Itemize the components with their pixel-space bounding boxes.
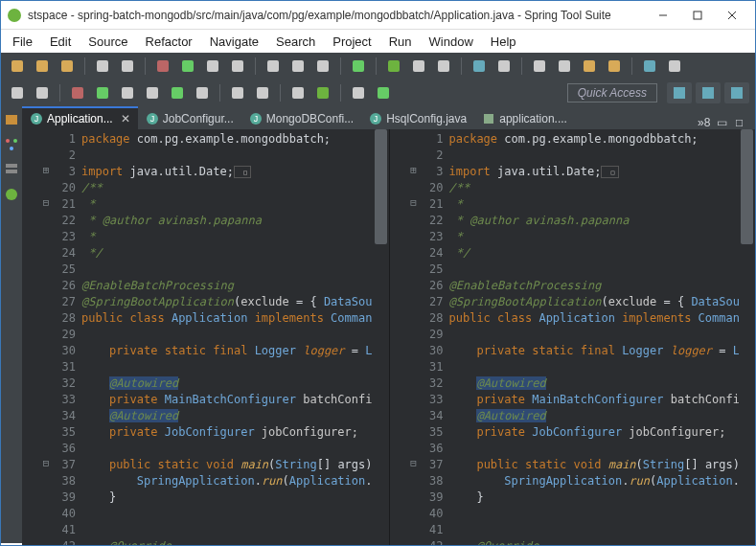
toolbar-new-icon[interactable] [7, 56, 28, 77]
toolbar-stepret-icon[interactable] [312, 56, 333, 77]
toolbar-newtype-icon[interactable] [117, 82, 138, 103]
fold-column[interactable]: ⊞⊟⊟ [407, 129, 421, 546]
code-line[interactable]: * [449, 196, 756, 213]
code-line[interactable]: * @author avinash.papanna [81, 213, 389, 229]
code-line[interactable]: @Autowired [81, 408, 389, 424]
code-line[interactable]: private MainBatchConfigurer batchConfigu [81, 392, 389, 408]
menu-source[interactable]: Source [80, 33, 135, 51]
code-line[interactable]: } [81, 489, 389, 506]
toolbar-run-boot-icon[interactable] [348, 56, 369, 77]
code-line[interactable]: SpringApplication.run(Application.cl [449, 473, 756, 489]
code-line[interactable]: @Autowired [449, 408, 756, 424]
code-line[interactable]: @Autowired [81, 375, 389, 392]
code-line[interactable]: private static final Logger logger = Log [449, 343, 756, 359]
editor-tab-3[interactable]: JHsqlConfig.java [361, 106, 474, 129]
toolbar-search-icon[interactable] [469, 56, 490, 77]
code-line[interactable] [81, 327, 389, 343]
maximize-view-icon[interactable]: □ [736, 116, 749, 129]
code-line[interactable]: @SpringBootApplication(exclude = { DataS… [81, 294, 389, 310]
toolbar-stepover-icon[interactable] [287, 56, 309, 77]
toolbar-runlast-icon[interactable] [604, 56, 625, 77]
code-line[interactable]: */ [449, 245, 756, 262]
code-line[interactable]: * [449, 229, 756, 245]
toolbar-stop2-icon[interactable] [383, 56, 404, 77]
toolbar-newpkg-icon[interactable] [639, 56, 660, 77]
editor-tab-0[interactable]: JApplication...✕ [22, 106, 138, 129]
toolbar-newwiz-icon[interactable] [167, 82, 188, 103]
code-line[interactable] [81, 522, 389, 538]
toolbar-newjava-icon[interactable] [142, 82, 163, 103]
code-line[interactable]: private JobConfigurer jobConfigurer; [449, 424, 756, 441]
tab-close-icon[interactable]: ✕ [121, 112, 130, 125]
code-line[interactable]: @Override [81, 538, 389, 546]
toolbar-task-icon[interactable] [493, 56, 515, 77]
code-line[interactable] [81, 359, 389, 375]
code-line[interactable]: } [449, 489, 756, 506]
toolbar-open-icon[interactable] [7, 82, 28, 103]
code-line[interactable]: @EnableBatchProcessing [81, 278, 389, 294]
open-perspective-icon[interactable] [667, 82, 692, 103]
toolbar-disconnect-icon[interactable] [227, 56, 248, 77]
code-line[interactable] [81, 262, 389, 278]
menu-file[interactable]: File [5, 33, 40, 51]
menu-navigate[interactable]: Navigate [202, 33, 266, 51]
quick-access-input[interactable]: Quick Access [567, 83, 657, 102]
toolbar-stop-icon[interactable] [202, 56, 223, 77]
code-line[interactable]: package com.pg.example.mongodbbatch; [449, 131, 756, 148]
code-line[interactable]: private MainBatchConfigurer batchConfigu [449, 392, 756, 408]
editor-tab-1[interactable]: JJobConfigur... [138, 106, 241, 129]
code-line[interactable]: * [81, 229, 389, 245]
toolbar-save-icon[interactable] [32, 56, 53, 77]
code-line[interactable]: @SpringBootApplication(exclude = { DataS… [449, 294, 756, 310]
code-line[interactable]: public static void main(String[] args) { [449, 457, 756, 473]
toolbar-ann-next-icon[interactable] [373, 82, 394, 103]
code-line[interactable]: import java.util.Date; ▫ [449, 164, 756, 180]
java-perspective-icon[interactable] [696, 82, 721, 103]
code-line[interactable]: */ [81, 245, 389, 262]
code-line[interactable]: /** [449, 180, 756, 196]
servers-icon[interactable] [4, 162, 19, 177]
code-line[interactable]: @Override [449, 538, 756, 546]
minimize-button[interactable] [646, 2, 680, 29]
menu-project[interactable]: Project [325, 33, 378, 51]
toolbar-ann-prev-icon[interactable] [348, 82, 369, 103]
toolbar-spring-icon[interactable] [433, 56, 454, 77]
toolbar-ext-icon[interactable] [579, 56, 600, 77]
toolbar-resume-icon[interactable] [152, 56, 173, 77]
toolbar-back-icon[interactable] [287, 82, 309, 103]
code-line[interactable]: * [81, 196, 389, 213]
code-line[interactable] [449, 522, 756, 538]
maximize-button[interactable] [680, 2, 715, 29]
toolbar-suspend-icon[interactable] [177, 56, 198, 77]
toolbar-debug2-icon[interactable] [554, 56, 575, 77]
menu-window[interactable]: Window [422, 33, 481, 51]
code-line[interactable] [449, 148, 756, 164]
code-line[interactable]: private static final Logger logger = Log [81, 343, 389, 359]
code-body[interactable]: package com.pg.example.mongodbbatch;impo… [81, 129, 389, 546]
code-line[interactable] [81, 441, 389, 457]
code-line[interactable]: SpringApplication.run(Application.cl [81, 473, 389, 489]
code-body[interactable]: package com.pg.example.mongodbbatch;impo… [449, 129, 756, 546]
debug-perspective-icon[interactable] [724, 82, 749, 103]
menu-refactor[interactable]: Refactor [138, 33, 200, 51]
toolbar-saveall-icon[interactable] [57, 56, 78, 77]
minimize-view-icon[interactable]: ▭ [717, 116, 730, 129]
menu-run[interactable]: Run [381, 33, 420, 51]
menu-search[interactable]: Search [268, 33, 323, 51]
editor-tab-4[interactable]: application.... [474, 106, 575, 129]
tab-overflow-icon[interactable]: »8 [698, 116, 711, 129]
editor-tab-2[interactable]: JMongoDBConfi... [241, 106, 361, 129]
code-line[interactable]: @EnableBatchProcessing [449, 278, 756, 294]
vertical-scrollbar[interactable] [373, 129, 389, 546]
toolbar-newfolder-icon[interactable] [67, 82, 88, 103]
code-line[interactable] [449, 441, 756, 457]
code-line[interactable] [449, 262, 756, 278]
toolbar-relaunch-icon[interactable] [408, 56, 429, 77]
code-line[interactable]: private JobConfigurer jobConfigurer; [81, 424, 389, 441]
code-line[interactable] [81, 148, 389, 164]
vertical-scrollbar[interactable] [739, 129, 755, 546]
menu-help[interactable]: Help [483, 33, 524, 51]
code-line[interactable]: package com.pg.example.mongodbbatch; [81, 131, 389, 148]
code-line[interactable]: public class Application implements Comm… [449, 310, 756, 327]
toolbar-newfile-icon[interactable] [92, 82, 113, 103]
